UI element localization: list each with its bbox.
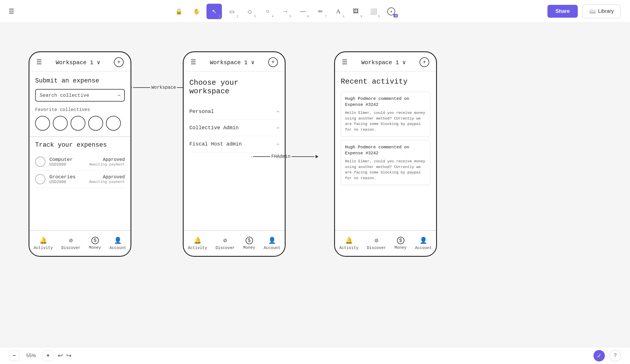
- activity-card-1[interactable]: Hugh Podmore commented on Expense #3242 …: [341, 92, 430, 137]
- phone2-content: Choose your workspace Personal → Collect…: [184, 72, 285, 159]
- tool-line[interactable]: —6: [295, 4, 310, 19]
- phone3-workspace: Workspace 1 ∨: [361, 59, 406, 66]
- expense-name-2: Groceries: [49, 174, 85, 180]
- fav-circle-2[interactable]: [53, 116, 68, 131]
- activity-icon-3: 🔔: [345, 237, 353, 244]
- phone-mockup-1: ☰ Workspace 1 ∨ + Submit an expense Sear…: [29, 51, 131, 257]
- phone2-nav-money[interactable]: $ Money: [243, 237, 255, 250]
- phone3-plus-button[interactable]: +: [420, 57, 429, 67]
- phone2-nav-account[interactable]: 👤 Account: [264, 237, 280, 250]
- activity-card-2-title: Hugh Podmore commented on Expense #3242: [345, 144, 426, 156]
- expense-info-1: Computer USD2000: [49, 157, 85, 167]
- phone3-nav-discover[interactable]: ⊘ Discover: [367, 237, 386, 250]
- fav-circle-3[interactable]: [71, 116, 85, 131]
- expense-circle-1: [35, 157, 45, 167]
- phone-mockup-3: ☰ Workspace 1 ∨ + Recent activity Hugh P…: [334, 51, 437, 257]
- ws-collective-label: Collective Admin: [189, 125, 239, 131]
- help-button[interactable]: ?: [609, 350, 621, 361]
- account-icon-1: 👤: [114, 237, 122, 244]
- expense-item-1[interactable]: Computer USD2000 Approved Awaiting payme…: [35, 153, 125, 171]
- tool-ai[interactable]: ✦ AI: [384, 4, 399, 19]
- phone1-content: Submit an expense Search collective → Fa…: [29, 72, 131, 194]
- fhadmin-annotation-label: FHAdmin: [271, 154, 290, 159]
- fav-circle-5[interactable]: [106, 116, 121, 131]
- fav-circle-1[interactable]: [35, 116, 50, 131]
- phone1-nav-activity[interactable]: 🔔 Activity: [34, 237, 53, 250]
- toolbar-right: Share 📖 Library: [547, 5, 630, 18]
- activity-card-2[interactable]: Hugh Podmore commented on Expense #3242 …: [341, 140, 430, 185]
- choose-workspace-title: Choose your workspace: [189, 78, 279, 96]
- svg-text:✦: ✦: [390, 10, 393, 14]
- tool-rect[interactable]: ▭2: [224, 4, 240, 19]
- undo-button[interactable]: ↩: [58, 352, 63, 359]
- tool-text[interactable]: A8: [330, 4, 346, 19]
- workspace-annotation-label: Workspace: [151, 85, 176, 90]
- discover-icon-2: ⊘: [223, 237, 227, 244]
- share-button[interactable]: Share: [547, 5, 578, 18]
- phone2-nav-activity[interactable]: 🔔 Activity: [188, 237, 207, 250]
- tool-circle[interactable]: ○4: [260, 4, 275, 19]
- expense-item-2[interactable]: Groceries USD2000 Approved Awaiting paym…: [35, 171, 125, 188]
- activity-label-1: Activity: [34, 246, 53, 250]
- zoom-out-button[interactable]: −: [9, 351, 19, 361]
- discover-label-1: Discover: [61, 246, 81, 250]
- tool-pencil[interactable]: ✏7: [313, 4, 328, 19]
- tool-diamond[interactable]: ◇3: [242, 4, 257, 19]
- ws-item-collective-admin[interactable]: Collective Admin →: [189, 120, 279, 136]
- phone1-nav-money[interactable]: $ Money: [89, 237, 101, 250]
- submit-title: Submit an expense: [35, 77, 125, 84]
- money-label-2: Money: [243, 245, 255, 250]
- account-icon-2: 👤: [268, 237, 276, 244]
- activity-card-1-title: Hugh Podmore commented on Expense #3242: [345, 96, 426, 108]
- phone2-plus-button[interactable]: +: [268, 57, 278, 67]
- ws-item-personal[interactable]: Personal →: [189, 104, 279, 120]
- divider: [29, 136, 131, 137]
- status-approved-2: Approved: [89, 175, 125, 180]
- menu-button[interactable]: ☰: [6, 5, 17, 18]
- expense-amount-1: USD2000: [49, 162, 85, 167]
- library-button[interactable]: 📖 Library: [582, 5, 621, 18]
- phone3-nav-account[interactable]: 👤 Account: [415, 237, 432, 250]
- check-button[interactable]: ✓: [593, 350, 605, 361]
- toolbar-center: 🔒 ✋ ↖1 ▭2 ◇3 ○4 →5 —6 ✏7 A8 🖼9 ⬜0 ✦ AI: [23, 4, 547, 19]
- history-controls: ↩ ↪: [58, 352, 71, 359]
- account-label-3: Account: [415, 246, 432, 250]
- phone3-nav-money[interactable]: $ Money: [395, 237, 407, 250]
- account-icon-3: 👤: [420, 237, 427, 244]
- fav-collectives-label: Favorite collectives: [35, 107, 125, 112]
- expense-circle-2: [35, 174, 45, 184]
- phone3-header: ☰ Workspace 1 ∨ +: [335, 52, 436, 72]
- tool-hand[interactable]: ✋: [189, 4, 204, 19]
- phone2-workspace: Workspace 1 ∨: [210, 59, 254, 66]
- fhadmin-arrow: [316, 155, 318, 158]
- bottom-bar: − 55% + ↩ ↪ ✓ ?: [0, 347, 630, 364]
- phone1-nav-account[interactable]: 👤 Account: [109, 237, 126, 250]
- status-awaiting-1: Awaiting payment: [89, 162, 125, 167]
- discover-icon-1: ⊘: [69, 237, 73, 244]
- fav-circle-4[interactable]: [88, 116, 103, 131]
- recent-activity-title: Recent activity: [341, 77, 430, 86]
- ws-item-fiscal-host[interactable]: Fiscal Host admin →: [189, 136, 279, 152]
- toolbar: ☰ 🔒 ✋ ↖1 ▭2 ◇3 ○4 →5 —6 ✏7 A8 🖼9 ⬜0 ✦ AI…: [0, 0, 630, 23]
- tool-eraser[interactable]: ⬜0: [366, 4, 381, 19]
- zoom-in-button[interactable]: +: [43, 351, 53, 361]
- ws-collective-arrow: →: [276, 125, 279, 131]
- phone2-nav-discover[interactable]: ⊘ Discover: [216, 237, 235, 250]
- phone3-menu-icon: ☰: [342, 58, 348, 66]
- search-collective-box[interactable]: Search collective →: [35, 89, 125, 102]
- search-arrow-icon: →: [117, 92, 120, 98]
- phone1-nav-discover[interactable]: ⊘ Discover: [61, 237, 81, 250]
- zoom-controls: − 55% + ↩ ↪: [9, 351, 71, 361]
- phone1-header: ☰ Workspace 1 ∨ +: [29, 52, 131, 72]
- phone1-plus-button[interactable]: +: [114, 57, 124, 67]
- tool-cursor[interactable]: ↖1: [206, 4, 222, 19]
- canvas[interactable]: ☰ Workspace 1 ∨ + Submit an expense Sear…: [0, 23, 630, 347]
- money-icon-2: $: [246, 237, 253, 244]
- tool-image[interactable]: 🖼9: [348, 4, 364, 19]
- phone3-nav-activity[interactable]: 🔔 Activity: [339, 237, 358, 250]
- phone2-header: ☰ Workspace 1 ∨ +: [184, 52, 285, 72]
- tool-lock[interactable]: 🔒: [171, 4, 186, 19]
- redo-button[interactable]: ↪: [66, 352, 71, 359]
- expense-status-2: Approved Awaiting payment: [89, 175, 125, 184]
- tool-arrow[interactable]: →5: [277, 4, 293, 19]
